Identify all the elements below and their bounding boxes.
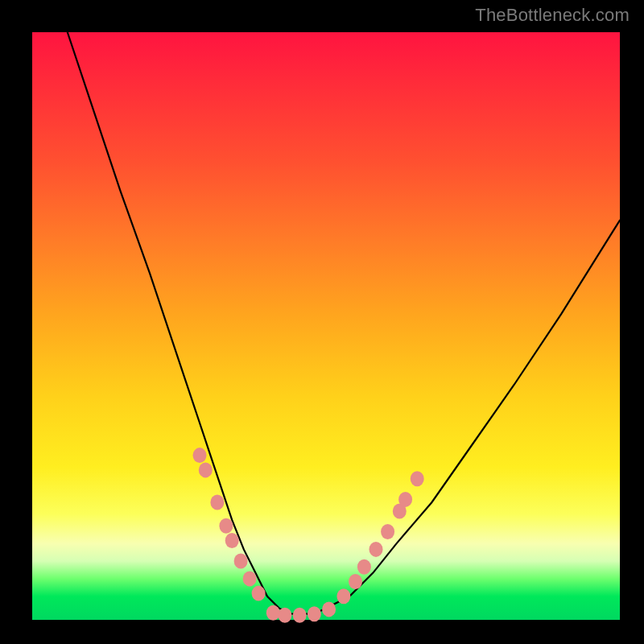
left-dot-3 [219, 518, 233, 534]
left-dot-1 [199, 462, 213, 477]
left-dot-5 [234, 554, 248, 569]
left-dots-group [193, 448, 266, 601]
chart-frame: TheBottleneck.com [0, 0, 644, 644]
right-dots-group [336, 471, 423, 604]
bottleneck-curve [68, 32, 620, 614]
left-dot-6 [243, 571, 257, 586]
right-dot-1 [349, 574, 362, 589]
right-dot-7 [411, 471, 424, 486]
right-dot-6 [398, 492, 412, 507]
plot-area [32, 32, 620, 620]
left-dot-7 [252, 586, 266, 601]
left-dot-0 [193, 448, 207, 463]
curve-svg [32, 32, 620, 620]
right-dot-4 [381, 524, 394, 539]
valley-dot-2 [293, 608, 307, 623]
valley-dot-3 [308, 606, 321, 621]
valley-dot-1 [278, 608, 291, 623]
left-dot-4 [225, 533, 239, 548]
watermark-text: TheBottleneck.com [475, 5, 630, 26]
right-dot-3 [369, 542, 383, 557]
right-dot-2 [357, 559, 371, 575]
valley-dot-0 [266, 605, 280, 621]
left-dot-2 [210, 495, 224, 510]
right-dot-0 [336, 588, 350, 604]
valley-dot-4 [322, 601, 336, 617]
